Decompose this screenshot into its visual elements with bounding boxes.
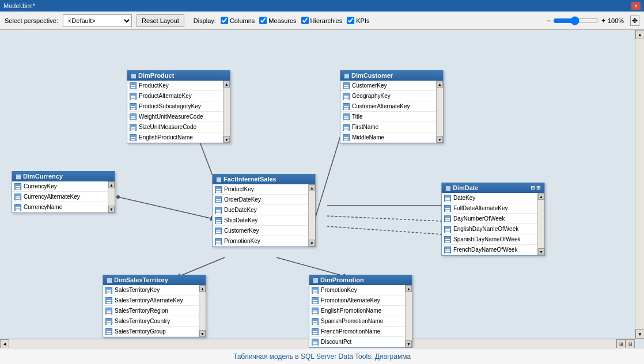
table-row[interactable]: DateKey xyxy=(442,193,537,203)
table-row[interactable]: CustomerKey xyxy=(213,226,308,236)
table-scroll-up[interactable]: ▲ xyxy=(199,285,206,292)
table-header-factinternetsales[interactable]: ▦ FactInternetSales xyxy=(213,174,315,184)
table-row[interactable]: PromotionKey xyxy=(309,285,405,295)
close-button[interactable]: × xyxy=(631,2,641,10)
table-row[interactable]: PromotionAlternateKey xyxy=(309,295,405,306)
table-row[interactable]: SpanishPromotionName xyxy=(309,316,405,327)
table-row[interactable]: WeightUnitMeasureCode xyxy=(127,112,223,122)
table-row[interactable]: SpanishDayNameOfWeek xyxy=(442,234,537,245)
table-scrollbar[interactable]: ▲ ▼ xyxy=(199,285,206,337)
table-scroll-up[interactable]: ▲ xyxy=(309,184,315,191)
perspective-select[interactable]: <Default> xyxy=(63,14,132,27)
table-scroll-down[interactable]: ▼ xyxy=(199,330,206,337)
kpis-checkbox-label[interactable]: KPIs xyxy=(347,17,369,24)
table-scrollbar[interactable]: ▲ ▼ xyxy=(537,193,544,255)
table-row[interactable]: ProductKey xyxy=(213,184,308,195)
table-header-dimdate[interactable]: ▦ DimDate⊟⊞ xyxy=(442,183,544,193)
scroll-left-button[interactable]: ◄ xyxy=(0,339,9,348)
table-row[interactable]: EnglishProductName xyxy=(127,132,223,143)
hierarchies-checkbox[interactable] xyxy=(301,17,309,24)
table-scroll-up[interactable]: ▲ xyxy=(223,81,230,88)
table-scroll-down[interactable]: ▼ xyxy=(538,248,544,255)
table-scrollbar[interactable]: ▲ ▼ xyxy=(436,81,443,143)
table-dimcurrency[interactable]: ▦ DimCurrencyCurrencyKeyCurrencyAlternat… xyxy=(12,171,115,213)
table-row[interactable]: FrenchDayNameOfWeek xyxy=(442,245,537,255)
table-header-dimsalesterritory[interactable]: ▦ DimSalesTerritory xyxy=(103,275,206,285)
table-scroll-track[interactable] xyxy=(406,292,412,340)
table-row[interactable]: SalesTerritoryCountry xyxy=(103,316,199,327)
table-row[interactable]: FullDateAlternateKey xyxy=(442,203,537,214)
table-dimcustomer[interactable]: ▦ DimCustomerCustomerKeyGeographyKeyCust… xyxy=(340,70,444,143)
zoom-out-icon[interactable]: − xyxy=(547,17,551,25)
diagram-icon-1[interactable]: ⊞ xyxy=(616,339,626,348)
columns-checkbox[interactable] xyxy=(221,17,228,24)
table-scrollbar[interactable]: ▲ ▼ xyxy=(308,184,315,247)
table-dimsalesterritory[interactable]: ▦ DimSalesTerritorySalesTerritoryKeySale… xyxy=(103,275,206,338)
table-row[interactable]: CurrencyAlternateKey xyxy=(12,192,108,202)
table-row[interactable]: DiscountPct xyxy=(309,337,405,347)
zoom-slider[interactable] xyxy=(553,17,599,24)
table-dimproduct[interactable]: ▦ DimProductProductKeyProductAlternateKe… xyxy=(127,70,230,143)
table-row[interactable]: SalesTerritoryGroup xyxy=(103,327,199,337)
table-row[interactable]: CustomerKey xyxy=(340,81,436,91)
table-factinternetsales[interactable]: ▦ FactInternetSalesProductKeyOrderDateKe… xyxy=(212,174,316,247)
table-scroll-track[interactable] xyxy=(538,200,544,248)
table-scroll-track[interactable] xyxy=(437,88,443,136)
table-scrollbar[interactable]: ▲ ▼ xyxy=(108,181,115,213)
table-scroll-up[interactable]: ▲ xyxy=(437,81,443,88)
table-scroll-up[interactable]: ▲ xyxy=(108,181,115,188)
table-scroll-down[interactable]: ▼ xyxy=(406,340,412,347)
table-scroll-track[interactable] xyxy=(309,191,315,240)
table-row[interactable]: PromotionKey xyxy=(213,236,308,247)
table-header-dimpromotion[interactable]: ▦ DimPromotion xyxy=(309,275,412,285)
scroll-up-button[interactable]: ▲ xyxy=(635,30,644,39)
table-header-dimcustomer[interactable]: ▦ DimCustomer xyxy=(340,70,443,81)
table-header-dimproduct[interactable]: ▦ DimProduct xyxy=(127,70,230,81)
measures-checkbox[interactable] xyxy=(259,17,267,24)
table-scroll-down[interactable]: ▼ xyxy=(108,206,115,213)
table-row[interactable]: DayNumberOfWeek xyxy=(442,214,537,224)
columns-checkbox-label[interactable]: Columns xyxy=(221,17,255,24)
table-row[interactable]: ProductSubcategoryKey xyxy=(127,101,223,112)
table-scroll-track[interactable] xyxy=(223,88,230,136)
table-row[interactable]: CurrencyName xyxy=(12,202,108,213)
table-row[interactable]: GeographyKey xyxy=(340,91,436,101)
table-dimdate[interactable]: ▦ DimDate⊟⊞DateKeyFullDateAlternateKeyDa… xyxy=(441,183,545,256)
table-row[interactable]: FirstName xyxy=(340,122,436,132)
table-scroll-up[interactable]: ▲ xyxy=(406,285,412,292)
table-header-dimcurrency[interactable]: ▦ DimCurrency xyxy=(12,171,115,181)
table-expand-btn[interactable]: ⊞ xyxy=(536,185,541,191)
zoom-in-icon[interactable]: + xyxy=(601,17,605,25)
table-row[interactable]: SalesTerritoryKey xyxy=(103,285,199,295)
table-restore-btn[interactable]: ⊟ xyxy=(531,185,535,191)
table-scroll-down[interactable]: ▼ xyxy=(437,136,443,143)
table-scroll-track[interactable] xyxy=(108,188,115,206)
table-dimpromotion[interactable]: ▦ DimPromotionPromotionKeyPromotionAlter… xyxy=(309,275,412,348)
table-row[interactable]: DueDateKey xyxy=(213,205,308,215)
hierarchies-checkbox-label[interactable]: Hierarchies xyxy=(301,17,343,24)
table-row[interactable]: SalesTerritoryAlternateKey xyxy=(103,295,199,306)
table-row[interactable]: FrenchPromotionName xyxy=(309,327,405,337)
table-row[interactable]: SalesTerritoryRegion xyxy=(103,306,199,316)
table-row[interactable]: ShipDateKey xyxy=(213,215,308,226)
table-row[interactable]: EnglishPromotionName xyxy=(309,306,405,316)
table-row[interactable]: ProductAlternateKey xyxy=(127,91,223,101)
table-row[interactable]: OrderDateKey xyxy=(213,195,308,205)
table-scroll-down[interactable]: ▼ xyxy=(309,240,315,247)
measures-checkbox-label[interactable]: Measures xyxy=(259,17,296,24)
table-row[interactable]: Title xyxy=(340,112,436,122)
table-row[interactable]: CustomerAlternateKey xyxy=(340,101,436,112)
zoom-fit-icon[interactable]: ✥ xyxy=(630,16,639,26)
kpis-checkbox[interactable] xyxy=(347,17,354,24)
table-scrollbar[interactable]: ▲ ▼ xyxy=(405,285,412,347)
reset-layout-button[interactable]: Reset Layout xyxy=(137,14,184,27)
table-scroll-down[interactable]: ▼ xyxy=(223,136,230,143)
table-scroll-up[interactable]: ▲ xyxy=(538,193,544,200)
table-row[interactable]: MiddleName xyxy=(340,132,436,143)
vertical-scrollbar[interactable]: ▲ ▼ xyxy=(635,30,644,339)
table-row[interactable]: CurrencyKey xyxy=(12,181,108,192)
table-row[interactable]: SizeUnitMeasureCode xyxy=(127,122,223,132)
scroll-track-v[interactable] xyxy=(635,39,644,329)
table-row[interactable]: ProductKey xyxy=(127,81,223,91)
table-row[interactable]: EnglishDayNameOfWeek xyxy=(442,224,537,234)
